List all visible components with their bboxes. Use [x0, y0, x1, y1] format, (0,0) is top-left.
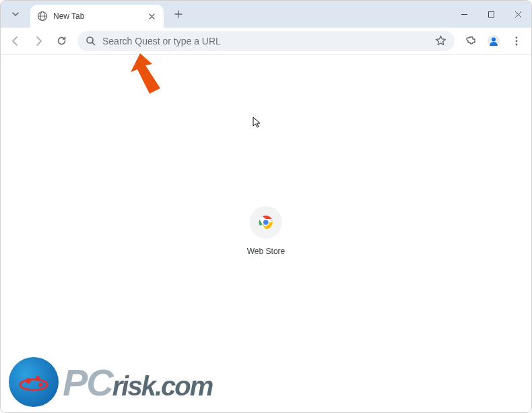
back-button[interactable]: [5, 30, 26, 52]
svg-point-8: [492, 37, 496, 41]
plus-icon: [174, 10, 182, 18]
new-tab-button[interactable]: [169, 5, 188, 24]
extensions-icon: [465, 35, 477, 46]
tab-title: New Tab: [53, 11, 146, 21]
svg-point-10: [516, 40, 518, 42]
address-bar[interactable]: [77, 31, 455, 51]
maximize-icon: [488, 11, 495, 18]
cursor-icon: [253, 117, 262, 129]
shortcut-label: Web Store: [247, 247, 285, 256]
window-controls: [451, 1, 531, 28]
globe-icon: [37, 11, 48, 22]
svg-line-6: [92, 42, 95, 45]
address-input[interactable]: [102, 36, 435, 46]
tab-close-button[interactable]: [146, 11, 157, 22]
svg-point-9: [516, 36, 518, 38]
kebab-menu-icon: [511, 36, 522, 46]
svg-point-17: [26, 378, 31, 383]
forward-button[interactable]: [28, 30, 49, 52]
minimize-icon: [461, 11, 468, 18]
annotation-arrow-icon: [125, 49, 172, 103]
close-icon: [149, 13, 155, 20]
profile-avatar-icon: [487, 34, 500, 48]
shortcut-tile[interactable]: Web Store: [247, 206, 285, 256]
svg-rect-4: [488, 11, 494, 17]
toolbar: [1, 28, 531, 55]
svg-point-16: [20, 379, 47, 390]
watermark: PCrisk.com: [9, 357, 212, 407]
menu-button[interactable]: [506, 30, 527, 52]
search-icon: [86, 36, 96, 46]
reload-button[interactable]: [51, 30, 72, 52]
new-tab-page: Web Store PCrisk.com: [1, 55, 531, 412]
svg-point-19: [38, 383, 42, 387]
watermark-text: PCrisk.com: [63, 360, 212, 404]
svg-point-11: [516, 43, 518, 45]
tab-search-button[interactable]: [6, 5, 25, 24]
title-bar: New Tab: [1, 1, 531, 28]
svg-marker-12: [131, 53, 160, 94]
bookmark-star-icon[interactable]: [435, 35, 446, 46]
shortcut-icon-circle: [250, 206, 282, 239]
arrow-right-icon: [32, 35, 44, 47]
chevron-down-icon: [11, 10, 20, 18]
maximize-button[interactable]: [477, 1, 504, 28]
reload-icon: [56, 35, 67, 46]
close-icon: [514, 11, 522, 18]
browser-tab[interactable]: New Tab: [30, 5, 164, 28]
close-window-button[interactable]: [504, 1, 531, 28]
minimize-button[interactable]: [451, 1, 477, 28]
web-store-icon: [258, 214, 274, 230]
arrow-left-icon: [9, 35, 22, 47]
extensions-button[interactable]: [460, 30, 481, 52]
svg-point-18: [36, 376, 40, 380]
profile-button[interactable]: [483, 30, 504, 52]
watermark-badge-icon: [9, 357, 59, 407]
